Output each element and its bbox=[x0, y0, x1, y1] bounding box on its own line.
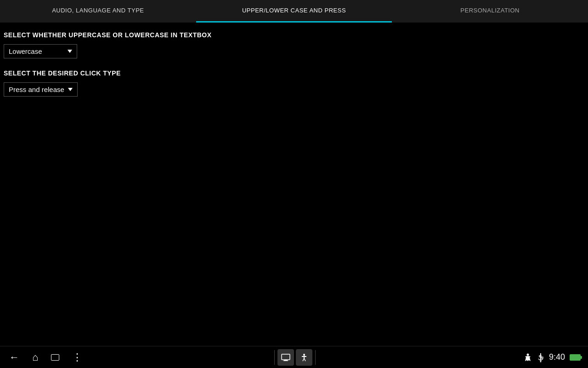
click-section-title: SELECT THE DESIRED CLICK TYPE bbox=[4, 69, 584, 77]
click-dropdown-wrapper: Press and release bbox=[4, 82, 584, 97]
svg-rect-0 bbox=[282, 354, 290, 360]
screen-icon-box[interactable] bbox=[277, 349, 294, 366]
svg-point-14 bbox=[540, 361, 541, 362]
svg-point-3 bbox=[303, 354, 305, 356]
navigation-area: ← ⌂ ⋮ bbox=[0, 351, 272, 363]
case-dropdown-value: Lowercase bbox=[9, 47, 64, 55]
accessibility-icon-box[interactable] bbox=[296, 349, 312, 366]
status-bar: ← ⌂ ⋮ bbox=[0, 346, 588, 368]
case-section-title: SELECT WHETHER UPPERCASE OR LOWERCASE IN… bbox=[4, 31, 584, 39]
center-icons bbox=[272, 349, 317, 366]
tab-personalization[interactable]: PERSONALIZATION bbox=[392, 0, 588, 23]
click-dropdown[interactable]: Press and release bbox=[4, 82, 78, 97]
click-dropdown-value: Press and release bbox=[9, 86, 64, 93]
click-dropdown-arrow-icon bbox=[68, 88, 73, 91]
tab-bar: AUDIO, LANGUAGE AND TYPE UPPER/LOWER CAS… bbox=[0, 0, 588, 24]
screen-icon bbox=[281, 354, 290, 361]
back-button[interactable]: ← bbox=[9, 351, 19, 363]
case-dropdown[interactable]: Lowercase bbox=[4, 44, 77, 58]
svg-line-6 bbox=[303, 358, 304, 361]
svg-rect-13 bbox=[542, 357, 543, 358]
tab-audio-language-type[interactable]: AUDIO, LANGUAGE AND TYPE bbox=[0, 0, 196, 23]
usb-icon bbox=[537, 352, 544, 362]
status-time: 9:40 bbox=[549, 352, 565, 362]
recents-button[interactable] bbox=[51, 354, 59, 361]
main-content: SELECT WHETHER UPPERCASE OR LOWERCASE IN… bbox=[0, 24, 588, 115]
accessibility-icon bbox=[300, 353, 308, 362]
case-dropdown-arrow-icon bbox=[68, 50, 72, 53]
battery-icon bbox=[570, 354, 581, 361]
menu-button[interactable]: ⋮ bbox=[72, 351, 83, 363]
home-button[interactable]: ⌂ bbox=[32, 351, 38, 363]
left-divider bbox=[274, 350, 275, 365]
right-status-area: 9:40 bbox=[317, 352, 588, 362]
tab-upper-lower-press[interactable]: UPPER/LOWER CASE AND PRESS bbox=[196, 0, 392, 23]
svg-point-8 bbox=[526, 353, 529, 356]
right-divider bbox=[315, 350, 316, 365]
svg-line-7 bbox=[304, 358, 305, 361]
system-accessibility-icon bbox=[523, 353, 532, 362]
case-dropdown-wrapper: Lowercase bbox=[4, 44, 584, 58]
